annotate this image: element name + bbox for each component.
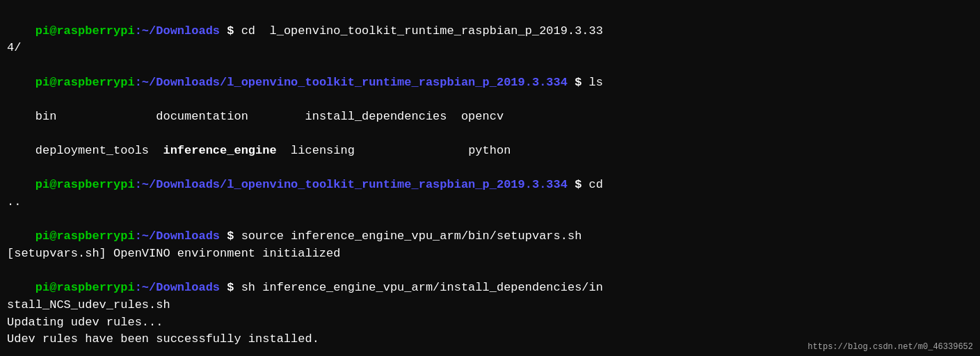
terminal-line-9: pi@raspberrypi:~/Downloads $ sh inferenc… — [7, 263, 973, 297]
cmd-1: cd l_openvino_toolkit_runtime_raspbian_p… — [234, 24, 603, 38]
prompt-dollar-1: $ — [220, 24, 234, 38]
terminal: pi@raspberrypi:~/Downloads $ cd l_openvi… — [0, 0, 980, 356]
prompt-user-1: pi@raspberrypi — [35, 24, 135, 38]
inference-engine-label: inference_engine — [163, 144, 276, 157]
prompt-user-2: pi@raspberrypi — [35, 76, 135, 89]
prompt-user-7: pi@raspberrypi — [35, 229, 135, 243]
prompt-path-5: :~/Downloads/l_openvino_toolkit_runtime_… — [135, 178, 568, 191]
prompt-dollar-5: $ — [568, 178, 581, 191]
terminal-line-4: deployment_tools inference_engine licens… — [7, 125, 973, 159]
watermark: https://blog.csdn.net/m0_46339652 — [808, 342, 973, 352]
terminal-line-5: pi@raspberrypi:~/Downloads/l_openvino_to… — [7, 160, 973, 194]
prompt-path-7: :~/Downloads — [135, 229, 220, 243]
terminal-line-10: Updating udev rules... — [7, 314, 973, 332]
cmd-9: sh inference_engine_vpu_arm/install_depe… — [234, 281, 603, 294]
prompt-dollar-9: $ — [220, 281, 234, 294]
terminal-line-8: [setupvars.sh] OpenVINO environment init… — [7, 245, 973, 263]
terminal-line-1b: 4/ — [7, 40, 973, 57]
prompt-user-9: pi@raspberrypi — [35, 281, 135, 294]
cmd-2: ls — [581, 76, 603, 89]
terminal-line-1: pi@raspberrypi:~/Downloads $ cd l_openvi… — [7, 6, 973, 40]
terminal-line-3: bin documentation install_dependencies o… — [7, 91, 973, 125]
terminal-line-7: pi@raspberrypi:~/Downloads $ source infe… — [7, 211, 973, 245]
prompt-dollar-7: $ — [220, 229, 234, 243]
cmd-5: cd — [581, 178, 603, 191]
prompt-path-9: :~/Downloads — [135, 281, 220, 294]
prompt-path-2: :~/Downloads/l_openvino_toolkit_runtime_… — [135, 76, 568, 89]
terminal-line-2: pi@raspberrypi:~/Downloads/l_openvino_to… — [7, 57, 973, 91]
terminal-line-9b: stall_NCS_udev_rules.sh — [7, 297, 973, 314]
cmd-7: source inference_engine_vpu_arm/bin/setu… — [234, 229, 581, 243]
prompt-path-1: :~/Downloads — [135, 24, 220, 38]
terminal-line-6: .. — [7, 194, 973, 211]
prompt-user-5: pi@raspberrypi — [35, 178, 135, 191]
prompt-dollar-2: $ — [568, 76, 581, 89]
